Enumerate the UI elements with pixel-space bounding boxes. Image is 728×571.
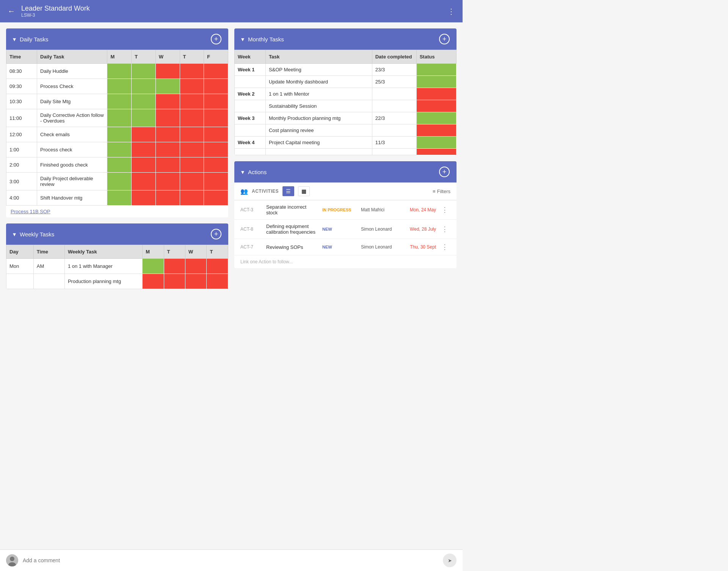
status-cell-m[interactable]	[107, 157, 132, 173]
status-cell-w[interactable]	[155, 142, 180, 157]
status-cell-f[interactable]	[204, 79, 228, 94]
actions-add-button[interactable]: +	[439, 167, 450, 177]
status-cell-t2[interactable]	[207, 259, 228, 274]
status-cell-t1[interactable]	[132, 109, 156, 127]
status-cell-m[interactable]	[107, 173, 132, 190]
status-cell-t1[interactable]	[132, 94, 156, 109]
status-cell-m[interactable]	[143, 274, 164, 289]
status-cell-f[interactable]	[204, 64, 228, 79]
status-cell-f[interactable]	[204, 173, 228, 190]
status-cell-w[interactable]	[155, 173, 180, 190]
monthly-tasks-add-button[interactable]: +	[439, 34, 450, 44]
status-badge[interactable]	[416, 76, 456, 88]
filters-button[interactable]: ≡ Filters	[433, 189, 450, 194]
status-cell-t2[interactable]	[180, 142, 204, 157]
status-cell-m[interactable]	[107, 79, 132, 94]
status-cell-m[interactable]	[107, 190, 132, 206]
status-cell-t2[interactable]	[180, 173, 204, 190]
status-cell-w[interactable]	[155, 157, 180, 173]
status-cell-t1[interactable]	[132, 190, 156, 206]
status-cell-f[interactable]	[204, 127, 228, 142]
calendar-view-button[interactable]: ▦	[298, 186, 310, 196]
status-cell-t2[interactable]	[180, 64, 204, 79]
status-cell-w[interactable]	[185, 259, 207, 274]
activity-person: Simon Leonard	[361, 227, 403, 232]
status-cell-w[interactable]	[155, 64, 180, 79]
status-cell-w[interactable]	[155, 94, 180, 109]
status-cell-t2[interactable]	[180, 157, 204, 173]
status-cell-t1[interactable]	[132, 173, 156, 190]
status-cell-w[interactable]	[155, 79, 180, 94]
status-cell-f[interactable]	[204, 157, 228, 173]
task-name: Process check	[37, 142, 107, 157]
status-badge[interactable]	[416, 149, 456, 155]
status-cell-m[interactable]	[107, 142, 132, 157]
status-cell-w[interactable]	[155, 127, 180, 142]
status-cell-m[interactable]	[107, 109, 132, 127]
activity-id: ACT-7	[240, 244, 263, 250]
status-cell-t2[interactable]	[180, 127, 204, 142]
status-badge[interactable]	[416, 100, 456, 112]
status-cell-t1[interactable]	[132, 127, 156, 142]
status-badge[interactable]	[416, 137, 456, 149]
task-name: Sustainability Session	[265, 100, 372, 112]
status-badge[interactable]	[416, 64, 456, 76]
status-cell-t2[interactable]	[180, 190, 204, 206]
status-cell-t1[interactable]	[132, 157, 156, 173]
week-empty	[235, 76, 266, 88]
week-label: Week 2	[235, 88, 266, 100]
activity-more-button[interactable]: ⋮	[439, 206, 450, 214]
status-cell-w[interactable]	[155, 109, 180, 127]
right-column: ▾ Monthly Tasks + Week Task Date complet…	[234, 28, 457, 289]
day-cell: Mon	[6, 259, 34, 274]
actions-chevron[interactable]: ▾	[241, 168, 244, 176]
col-date-completed: Date completed	[372, 50, 416, 64]
status-cell-t1[interactable]	[164, 274, 185, 289]
daily-tasks-add-button[interactable]: +	[211, 34, 221, 44]
task-name: Process Check	[37, 79, 107, 94]
activity-more-button[interactable]: ⋮	[439, 225, 450, 233]
status-badge[interactable]	[416, 112, 456, 124]
status-cell-t2[interactable]	[180, 109, 204, 127]
main-content: ▾ Daily Tasks + Time Daily Task M T W T	[0, 22, 463, 295]
status-cell-t2[interactable]	[180, 79, 204, 94]
time-cell: AM	[33, 259, 64, 274]
status-cell-t2[interactable]	[180, 94, 204, 109]
status-cell-m[interactable]	[143, 259, 164, 274]
status-cell-f[interactable]	[204, 142, 228, 157]
list-view-button[interactable]: ☰	[282, 186, 294, 196]
back-button[interactable]: ←	[8, 7, 15, 16]
weekly-tasks-add-button[interactable]: +	[211, 229, 221, 239]
status-badge[interactable]	[416, 88, 456, 100]
status-cell-t2[interactable]	[207, 274, 228, 289]
sop-link[interactable]: Process 11B SOP	[6, 206, 228, 217]
daily-tasks-chevron[interactable]: ▾	[13, 36, 16, 43]
table-row: Production planning mtg	[6, 274, 228, 289]
weekly-tasks-table-container: Day Time Weekly Task M T W T Mon AM 1 on…	[6, 245, 228, 289]
task-time: 10:30	[6, 94, 37, 109]
daily-tasks-header-left: ▾ Daily Tasks	[13, 36, 49, 43]
status-cell-m[interactable]	[107, 127, 132, 142]
status-cell-t1[interactable]	[132, 79, 156, 94]
task-name: Cost planning reviee	[265, 124, 372, 137]
activity-person: Matt Mafrici	[361, 207, 403, 212]
task-name: S&OP Meeting	[265, 64, 372, 76]
status-cell-m[interactable]	[107, 64, 132, 79]
weekly-tasks-chevron[interactable]: ▾	[13, 231, 16, 238]
status-cell-t1[interactable]	[132, 142, 156, 157]
activities-people-icon: 👥	[240, 188, 248, 195]
status-cell-t1[interactable]	[164, 259, 185, 274]
col-time: Time	[6, 50, 37, 64]
activity-more-button[interactable]: ⋮	[439, 243, 450, 251]
monthly-tasks-chevron[interactable]: ▾	[241, 36, 244, 43]
status-cell-f[interactable]	[204, 109, 228, 127]
status-cell-f[interactable]	[204, 94, 228, 109]
status-cell-f[interactable]	[204, 190, 228, 206]
status-cell-w[interactable]	[185, 274, 207, 289]
status-cell-t1[interactable]	[132, 64, 156, 79]
more-options-button[interactable]: ⋮	[447, 7, 455, 16]
status-cell-w[interactable]	[155, 190, 180, 206]
status-cell-m[interactable]	[107, 94, 132, 109]
table-row: Week 1 S&OP Meeting 23/3	[235, 64, 457, 76]
status-badge[interactable]	[416, 124, 456, 137]
